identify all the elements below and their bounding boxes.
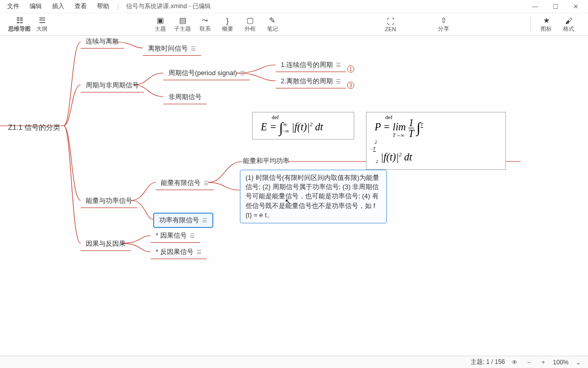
statusbar: 主题: 1 / 156 👁 − + 100% ⌄ [0, 356, 588, 358]
view-outline[interactable]: ☰大纲 [31, 16, 53, 33]
formula-power[interactable]: P def= limT→∞ 1T ∫T2−T 2 |f(t)|2 dt [366, 112, 506, 170]
insert-boundary[interactable]: ▢外框 [239, 16, 261, 33]
zen-mode[interactable]: ⛶ZEN [379, 17, 402, 32]
node-energy-power[interactable]: 能量与功率信号 [81, 194, 137, 208]
format-button[interactable]: 🖌格式 [557, 16, 580, 33]
node-periodic-nonperiodic[interactable]: 周期与非周期信号 [81, 79, 144, 93]
insert-note[interactable]: ✎笔记 [261, 16, 284, 33]
node-causal[interactable]: 因果与反因果 [81, 237, 131, 251]
menu-help[interactable]: 帮助 [92, 0, 114, 13]
zen-icon: ⛶ [387, 17, 395, 26]
relation-icon: ⤳ [202, 16, 208, 25]
share-icon: ⇧ [440, 16, 447, 25]
menu-view[interactable]: 查看 [69, 0, 92, 13]
notes-icon: ☰ [197, 249, 202, 255]
mindmap-canvas[interactable]: Z1.1 信号的分类 连续与离散 离散时间信号☰ 周期与非周期信号 周期信号(p… [0, 36, 588, 358]
boundary-icon: ▢ [247, 16, 254, 25]
toolbar: ☷思维导图 ☰大纲 ▣主题 ▤子主题 ⤳联系 }概要 ▢外框 ✎笔记 ⛶ZEN … [0, 13, 588, 36]
toolbar-divider [530, 17, 531, 32]
notes-icon: ☰ [204, 180, 209, 186]
node-continuous-discrete[interactable]: 连续与离散 [81, 36, 124, 49]
badge-3[interactable]: 3 [347, 82, 354, 89]
note-body[interactable]: (1) 时限信号(有限时间区间内取值有限)为能量信号; (2) 周期信号属于功率… [240, 170, 387, 223]
notes-icon: ☰ [191, 45, 196, 52]
insert-summary[interactable]: }概要 [216, 16, 239, 33]
summary-icon: } [226, 16, 229, 25]
close-button[interactable]: ✕ [566, 0, 586, 13]
document-title: 信号与系统讲课.xmind - 已编辑 [126, 2, 211, 11]
note-icon: ✎ [269, 16, 276, 25]
node-energy-limited[interactable]: 能量有限信号☰ [156, 176, 214, 190]
icon-button[interactable]: ★图标 [535, 16, 557, 33]
node-anticausal-signal[interactable]: * 反因果信号☰ [151, 245, 207, 259]
formula-energy[interactable]: E def= ∫∞−∞ |f(t)|2 dt [252, 112, 354, 140]
menu-insert[interactable]: 插入 [47, 0, 69, 13]
topic-icon: ▣ [157, 16, 164, 25]
notes-icon: ☰ [336, 62, 341, 68]
notes-icon: ☰ [336, 78, 341, 84]
view-mindmap[interactable]: ☷思维导图 [8, 16, 31, 33]
subtopic-icon: ▤ [179, 16, 186, 25]
minimize-button[interactable]: — [525, 0, 545, 13]
note-title[interactable]: 能量和平均功率 [243, 156, 289, 166]
maximize-button[interactable]: ☐ [545, 0, 566, 13]
notes-icon: ☰ [202, 217, 207, 223]
insert-topic[interactable]: ▣主题 [149, 16, 172, 33]
star-icon: ★ [543, 16, 550, 25]
brush-icon: 🖌 [565, 16, 573, 25]
menu-edit[interactable]: 编辑 [24, 0, 47, 13]
share-button[interactable]: ⇧分享 [432, 16, 455, 33]
titlebar: 文件 编辑 插入 查看 帮助 | 信号与系统讲课.xmind - 已编辑 — ☐… [0, 0, 588, 13]
node-continuous-period[interactable]: 1.连续信号的周期☰ [276, 58, 346, 72]
separator: | [117, 3, 119, 10]
notes-icon: ☰ [190, 233, 195, 239]
node-nonperiodic-signal[interactable]: 非周期信号 [163, 90, 207, 104]
badge-1[interactable]: 1 [347, 65, 354, 73]
node-root[interactable]: Z1.1 信号的分类 [3, 121, 65, 134]
insert-relation[interactable]: ⤳联系 [194, 16, 216, 33]
node-discrete-time-signal[interactable]: 离散时间信号☰ [143, 42, 201, 56]
outline-icon: ☰ [39, 16, 45, 25]
node-discrete-period[interactable]: 2.离散信号的周期☰ [276, 75, 346, 88]
node-periodic-signal[interactable]: 周期信号(period signal)☰ [163, 66, 250, 80]
node-causal-signal[interactable]: * 因果信号☰ [151, 229, 200, 243]
mouse-cursor: ↖ [285, 197, 291, 205]
mindmap-icon: ☷ [16, 16, 23, 25]
node-power-limited[interactable]: 功率有限信号☰ [153, 213, 213, 228]
notes-icon: ☰ [240, 70, 245, 76]
menu-file[interactable]: 文件 [2, 0, 24, 13]
insert-subtopic[interactable]: ▤子主题 [172, 16, 194, 33]
